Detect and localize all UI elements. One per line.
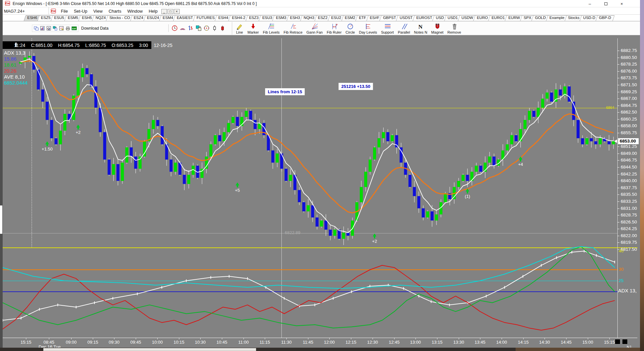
- tile-windows-icon: [34, 26, 39, 31]
- toolbar-printer-icon[interactable]: [65, 26, 71, 31]
- mdi-close-button[interactable]: ×: [174, 9, 180, 14]
- yellow-price-line-6864[interactable]: [3, 108, 617, 108]
- price-tick-label: 6844.50: [621, 165, 640, 170]
- toolbar-exit-icon[interactable]: EXIT: [72, 26, 77, 31]
- time-tick: [523, 338, 524, 339]
- corner-nj-label: NJ: [627, 345, 631, 348]
- menu-window[interactable]: Window: [124, 8, 146, 14]
- chart-area[interactable]: +1.50+2+5+2(1)+4 11:24 C:6851.00 H:6854.…: [3, 35, 640, 348]
- tool-day-levels[interactable]: Day Levels: [357, 22, 379, 34]
- circle-icon: [346, 23, 354, 30]
- price-tick: [617, 201, 619, 202]
- ave-study-title: AVE 8,10: [4, 74, 28, 80]
- menu-view[interactable]: View: [90, 8, 105, 14]
- time-tick: [200, 338, 201, 339]
- toolbar-chart-page-icon[interactable]: [59, 26, 64, 31]
- tool-fib-levels[interactable]: Fib Levels: [261, 22, 281, 34]
- toolbar-arcs-icon[interactable]: [179, 25, 186, 31]
- window-title: Ensign Windows - [-ESH6 3-Min Close 6875…: [13, 1, 257, 6]
- download-data-button[interactable]: Download Data: [81, 26, 108, 31]
- toolbar-copy-squares-icon[interactable]: [195, 25, 202, 31]
- toolbar-link-squares-icon[interactable]: [53, 26, 58, 31]
- time-label: 11:15: [257, 340, 272, 345]
- tab-example[interactable]: Example: [547, 15, 567, 21]
- mdi-minimize-button[interactable]: _: [161, 9, 167, 14]
- toolbar-candle-solid-icon[interactable]: [219, 25, 226, 31]
- price-tick-label: 6851.25: [621, 144, 640, 149]
- tool-line[interactable]: Line: [234, 22, 245, 34]
- tool-circle[interactable]: Circle: [344, 22, 357, 34]
- menu-setup[interactable]: Set-Up: [71, 8, 90, 14]
- time-tick: [373, 338, 373, 339]
- time-tick: [502, 338, 502, 339]
- arcs-icon: [179, 25, 186, 31]
- time-label: 12:30: [365, 340, 380, 345]
- price-tick: [617, 78, 619, 78]
- maximize-button[interactable]: [603, 1, 608, 6]
- minimized-window-2[interactable]: [622, 339, 628, 344]
- time-label: 13:00: [408, 340, 423, 345]
- minimized-window-1[interactable]: [615, 339, 620, 344]
- readout-high: H:6854.75: [58, 43, 80, 48]
- tool-fib-ruler[interactable]: FFib Ruler: [325, 22, 344, 34]
- close-button[interactable]: ×: [619, 1, 624, 6]
- time-label: 09:30: [107, 340, 121, 345]
- tool-magnet[interactable]: Magnet: [429, 22, 445, 34]
- time-tick: [222, 338, 222, 339]
- toolbar-target-icon[interactable]: [203, 25, 210, 31]
- time-tick: [114, 338, 114, 339]
- mdi-restore-button[interactable]: □: [168, 9, 173, 14]
- menu-help[interactable]: Help: [146, 8, 161, 14]
- svg-text:+2: +2: [372, 239, 377, 244]
- tool-support[interactable]: Support: [379, 22, 396, 34]
- tab-esh4-2[interactable]: ESH4-2: [229, 15, 248, 21]
- tab-gbp-d[interactable]: GBP-D: [596, 15, 614, 21]
- tool-fib-retrace[interactable]: Fib Retrace: [281, 22, 304, 34]
- time-tick: [286, 338, 287, 339]
- price-tick-label: 6842.25: [621, 172, 640, 176]
- adx-pane-label: ADX 13,: [618, 288, 637, 293]
- toolbar-candle-outline-icon[interactable]: [211, 25, 218, 31]
- time-tick: [609, 338, 610, 339]
- toolbar-quote-q-icon[interactable]: Q: [46, 26, 52, 31]
- tool-gann-fan[interactable]: Gann Fan: [304, 22, 325, 34]
- note-lines-from[interactable]: Lines from 12-15: [265, 88, 305, 95]
- gray-price-line-6822[interactable]: [3, 233, 617, 233]
- title-bar[interactable]: Ew Ensign Windows - [-ESH6 3-Min Close 6…: [3, 0, 640, 7]
- support-icon: [384, 23, 392, 30]
- readout-close: C:6851.00: [31, 43, 53, 48]
- toolbar-bar-chart-icon[interactable]: [40, 26, 45, 31]
- note-session-gain[interactable]: 251216 +13.50: [338, 83, 373, 90]
- taskbar-window-preview[interactable]: [43, 348, 256, 351]
- tab-easiest[interactable]: EASIEST: [174, 15, 196, 21]
- tab-eurost[interactable]: EUROST: [413, 15, 435, 21]
- price-tick-label: 6826.50: [621, 219, 640, 224]
- toolbar-tile-windows-icon[interactable]: [34, 26, 39, 31]
- time-tick: [588, 338, 588, 339]
- level-25-label: 25: [619, 278, 623, 283]
- notes-icon: N: [416, 23, 424, 30]
- cursor-vertical-line: [281, 38, 282, 338]
- bar-info-readout: 11:24 C:6851.00 H:6854.75 L:6850.75 O:68…: [3, 41, 151, 49]
- toolbar-gauge-icon[interactable]: [171, 25, 178, 31]
- minimize-button[interactable]: –: [587, 1, 592, 6]
- menu-charts[interactable]: Charts: [105, 8, 124, 14]
- toolbar-hilo-bars-icon[interactable]: [187, 25, 194, 31]
- menu-file[interactable]: File: [58, 8, 71, 14]
- tool-marker[interactable]: Marker: [245, 22, 261, 34]
- price-tick: [617, 229, 619, 229]
- price-tick-label: 6873.75: [621, 75, 640, 80]
- price-tick: [617, 160, 619, 161]
- marker-arrow-icon: [249, 23, 257, 30]
- draw-toolbar-group: LineMarkerFib LevelsFib RetraceGann FanF…: [232, 22, 464, 35]
- time-tick: [437, 338, 437, 339]
- price-tick-label: 6819.75: [621, 240, 640, 245]
- tab-stocks-co[interactable]: Stocks - CO: [107, 15, 133, 21]
- adx-value: 20.26: [4, 68, 28, 74]
- tab-futures[interactable]: FUTURES: [194, 15, 217, 21]
- tool-parallel[interactable]: Parallel: [396, 22, 412, 34]
- tool-notes-n[interactable]: NNotes N: [412, 22, 429, 34]
- pane-divider-yellow-line[interactable]: [3, 247, 637, 248]
- tool-remove[interactable]: Remove: [445, 22, 463, 34]
- level-25-line: [3, 281, 617, 281]
